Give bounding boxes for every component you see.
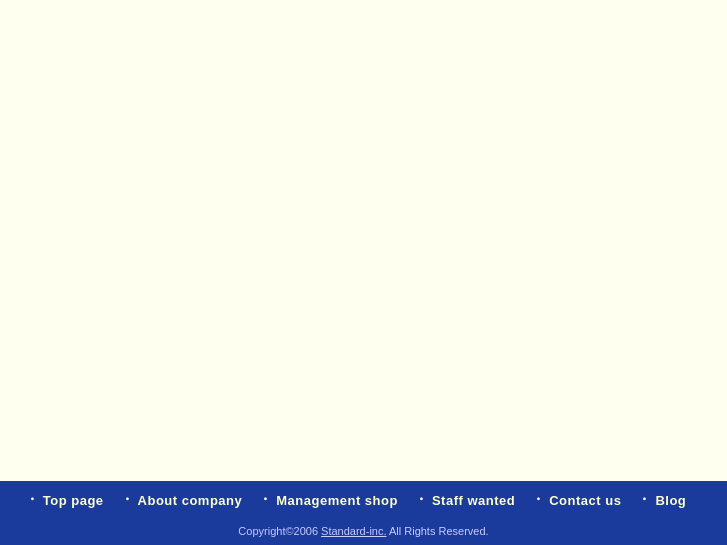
- nav-label-contact-us: Contact us: [549, 493, 621, 508]
- nav-bar: ・ Top page ・ About company ・ Management …: [0, 481, 727, 519]
- nav-item-top-page[interactable]: ・ Top page: [25, 491, 120, 509]
- copyright-bar: Copyright©2006 Standard-inc. All Rights …: [0, 519, 727, 545]
- copyright-link[interactable]: Standard-inc.: [321, 525, 386, 537]
- page-wrapper: ・ Top page ・ About company ・ Management …: [0, 0, 727, 545]
- nav-label-top-page: Top page: [43, 493, 104, 508]
- nav-bullet: ・: [637, 491, 651, 509]
- copyright-text-after: All Rights Reserved.: [387, 525, 489, 537]
- nav-item-staff-wanted[interactable]: ・ Staff wanted: [414, 491, 531, 509]
- footer: ・ Top page ・ About company ・ Management …: [0, 481, 727, 545]
- nav-label-management-shop: Management shop: [276, 493, 398, 508]
- nav-item-management-shop[interactable]: ・ Management shop: [258, 491, 414, 509]
- nav-label-staff-wanted: Staff wanted: [432, 493, 515, 508]
- nav-bullet: ・: [120, 491, 134, 509]
- nav-bullet: ・: [531, 491, 545, 509]
- nav-label-blog: Blog: [655, 493, 686, 508]
- copyright-text-before: Copyright©2006: [238, 525, 321, 537]
- nav-item-about-company[interactable]: ・ About company: [120, 491, 259, 509]
- nav-item-contact-us[interactable]: ・ Contact us: [531, 491, 637, 509]
- nav-item-blog[interactable]: ・ Blog: [637, 491, 702, 509]
- nav-bullet: ・: [258, 491, 272, 509]
- nav-bullet: ・: [25, 491, 39, 509]
- nav-bullet: ・: [414, 491, 428, 509]
- main-content: [0, 0, 727, 481]
- nav-label-about-company: About company: [138, 493, 243, 508]
